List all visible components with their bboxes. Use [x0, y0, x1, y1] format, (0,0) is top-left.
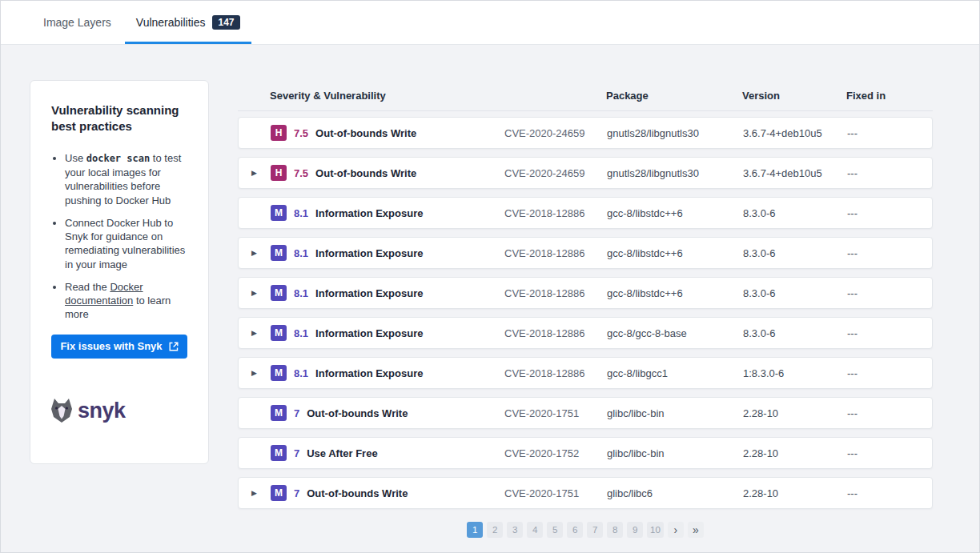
- severity-badge: M: [271, 245, 287, 261]
- tips-list: Use docker scan to test your local image…: [51, 151, 187, 322]
- page-button-7[interactable]: 7: [587, 522, 603, 538]
- page-button-10[interactable]: 10: [647, 522, 664, 538]
- page-button-6[interactable]: 6: [567, 522, 583, 538]
- fix-issues-button-label: Fix issues with Snyk: [60, 340, 162, 352]
- cvss-score: 7: [294, 487, 299, 499]
- fixed-in-value: ---: [847, 447, 919, 459]
- cve-id: CVE-2018-12886: [504, 207, 607, 219]
- fixed-in-value: ---: [847, 327, 919, 339]
- severity-badge: M: [271, 325, 287, 341]
- severity-badge: H: [271, 165, 287, 181]
- vulnerability-name: Use After Free: [307, 447, 377, 459]
- severity-vulnerability-cell: H 7.5 Out-of-bounds Write: [271, 125, 504, 141]
- severity-badge: M: [271, 285, 287, 301]
- fixed-in-value: ---: [847, 127, 919, 139]
- version-value: 8.3.0-6: [743, 327, 847, 339]
- cvss-score: 8.1: [294, 207, 308, 219]
- vulnerability-count-badge: 147: [212, 15, 239, 30]
- fixed-in-value: ---: [847, 487, 919, 499]
- table-row[interactable]: ▶ M 8.1 Information Exposure CVE-2018-12…: [238, 197, 933, 229]
- expand-arrow-icon[interactable]: ▶: [251, 369, 271, 377]
- version-value: 3.6.7-4+deb10u5: [743, 127, 847, 139]
- table-row[interactable]: ▶ M 8.1 Information Exposure CVE-2018-12…: [238, 357, 933, 389]
- vulnerability-name: Out-of-bounds Write: [315, 127, 416, 139]
- page-button-8[interactable]: 8: [607, 522, 623, 538]
- table-row[interactable]: ▶ M 7 Out-of-bounds Write CVE-2020-1751 …: [238, 477, 933, 509]
- page-button-1[interactable]: 1: [467, 522, 483, 538]
- package-name: gnutls28/libgnutls30: [607, 167, 743, 179]
- next-page-button[interactable]: ›: [668, 522, 684, 538]
- page-button-2[interactable]: 2: [487, 522, 503, 538]
- expand-arrow-icon[interactable]: ▶: [251, 329, 271, 337]
- expand-arrow-icon[interactable]: ▶: [251, 169, 271, 177]
- cvss-score: 8.1: [294, 327, 308, 339]
- cvss-score: 7: [294, 447, 299, 459]
- tab-vulnerabilities[interactable]: Vulnerabilities 147: [125, 1, 251, 44]
- tip-read-docs: Read the Docker documentation to learn m…: [65, 280, 187, 322]
- vulnerability-name: Out-of-bounds Write: [307, 407, 408, 419]
- fixed-in-value: ---: [847, 207, 919, 219]
- version-value: 8.3.0-6: [743, 247, 847, 259]
- table-row[interactable]: ▶ H 7.5 Out-of-bounds Write CVE-2020-246…: [238, 117, 933, 149]
- vulnerability-name: Out-of-bounds Write: [315, 167, 416, 179]
- vulnerability-name: Information Exposure: [315, 287, 423, 299]
- package-name: gcc-8/gcc-8-base: [607, 327, 743, 339]
- pagination: 1 2 3 4 5 6 7 8 9 10 › »: [238, 522, 933, 538]
- package-name: glibc/libc-bin: [607, 407, 743, 419]
- package-name: gcc-8/libstdc++6: [607, 207, 743, 219]
- cvss-score: 8.1: [294, 367, 308, 379]
- cvss-score: 8.1: [294, 247, 308, 259]
- best-practices-card: Vulnerability scanning best practices Us…: [30, 80, 209, 464]
- vulnerability-name: Information Exposure: [315, 247, 423, 259]
- page-button-3[interactable]: 3: [507, 522, 523, 538]
- table-row[interactable]: ▶ M 7 Use After Free CVE-2020-1752 glibc…: [238, 437, 933, 469]
- severity-vulnerability-cell: M 8.1 Information Exposure: [271, 325, 504, 341]
- vulnerability-name: Information Exposure: [315, 367, 423, 379]
- card-title: Vulnerability scanning best practices: [51, 102, 187, 134]
- cve-id: CVE-2020-24659: [504, 127, 607, 139]
- table-row[interactable]: ▶ M 8.1 Information Exposure CVE-2018-12…: [238, 317, 933, 349]
- page-button-4[interactable]: 4: [527, 522, 543, 538]
- fixed-in-value: ---: [847, 407, 919, 419]
- fixed-in-value: ---: [847, 247, 919, 259]
- expand-arrow-icon[interactable]: ▶: [251, 249, 271, 257]
- severity-vulnerability-cell: M 8.1 Information Exposure: [271, 365, 504, 381]
- package-name: glibc/libc6: [607, 487, 743, 499]
- version-value: 1:8.3.0-6: [743, 367, 847, 379]
- tab-image-layers[interactable]: Image Layers: [30, 1, 125, 44]
- cve-id: CVE-2020-1751: [504, 407, 607, 419]
- snyk-wordmark: snyk: [78, 399, 126, 423]
- vulnerability-name: Information Exposure: [315, 327, 423, 339]
- tab-vulnerabilities-label: Vulnerabilities: [136, 16, 206, 29]
- tip-connect-snyk: Connect Docker Hub to Snyk for guidance …: [65, 216, 187, 271]
- table-row[interactable]: ▶ M 8.1 Information Exposure CVE-2018-12…: [238, 237, 933, 269]
- tip-docker-scan: Use docker scan to test your local image…: [65, 151, 187, 207]
- version-value: 3.6.7-4+deb10u5: [743, 167, 847, 179]
- cve-id: CVE-2020-1751: [504, 487, 607, 499]
- package-name: gcc-8/libstdc++6: [607, 247, 743, 259]
- vulnerability-scan-screen: Image Layers Vulnerabilities 147 Vulnera…: [0, 0, 980, 553]
- last-page-button[interactable]: »: [688, 522, 704, 538]
- table-row[interactable]: ▶ H 7.5 Out-of-bounds Write CVE-2020-246…: [238, 157, 933, 189]
- vulnerability-name: Out-of-bounds Write: [307, 487, 408, 499]
- cve-id: CVE-2018-12886: [504, 367, 607, 379]
- page-button-9[interactable]: 9: [627, 522, 643, 538]
- cvss-score: 7: [294, 407, 299, 419]
- expand-arrow-icon[interactable]: ▶: [251, 289, 271, 297]
- severity-vulnerability-cell: M 7 Out-of-bounds Write: [271, 405, 504, 421]
- column-header-fixed-in: Fixed in: [846, 90, 920, 102]
- docker-scan-command: docker scan: [86, 153, 150, 164]
- fix-issues-with-snyk-button[interactable]: Fix issues with Snyk: [51, 335, 187, 359]
- table-header: Severity & Vulnerability Package Version…: [238, 81, 933, 111]
- severity-vulnerability-cell: M 8.1 Information Exposure: [271, 245, 504, 261]
- version-value: 2.28-10: [743, 447, 847, 459]
- table-row[interactable]: ▶ M 7 Out-of-bounds Write CVE-2020-1751 …: [238, 397, 933, 429]
- tip-text: Read the: [65, 281, 110, 293]
- page-button-5[interactable]: 5: [547, 522, 563, 538]
- expand-arrow-icon[interactable]: ▶: [251, 489, 271, 497]
- severity-badge: M: [271, 205, 287, 221]
- severity-vulnerability-cell: M 7 Use After Free: [271, 445, 504, 461]
- cve-id: CVE-2020-1752: [504, 447, 607, 459]
- severity-badge: M: [271, 445, 287, 461]
- table-row[interactable]: ▶ M 8.1 Information Exposure CVE-2018-12…: [238, 277, 933, 309]
